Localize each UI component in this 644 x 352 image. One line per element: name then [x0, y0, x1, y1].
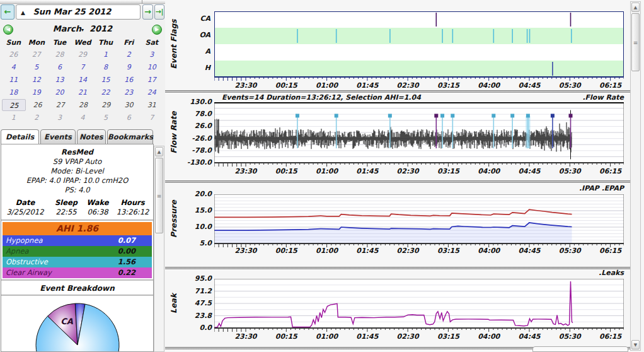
- calendar-day[interactable]: 12: [25, 74, 49, 86]
- date-combobox[interactable]: ▲ Sun Mar 25 2012: [16, 4, 141, 20]
- x-axis-tick-label: 00:15: [272, 167, 300, 175]
- x-axis-tick-label: 06:15: [597, 332, 624, 341]
- calendar-weekday-row: SunMonTueWedThuFriSat: [2, 37, 163, 49]
- pressure-plot[interactable]: [214, 194, 624, 249]
- calendar-month-title[interactable]: March▾ 2012: [38, 24, 127, 33]
- calendar-day[interactable]: 22: [94, 86, 117, 98]
- latest-day-button[interactable]: →|: [154, 4, 164, 20]
- details-panel: ResMed S9 VPAP Auto Mode: Bi-Level EPAP:…: [1, 144, 154, 352]
- calendar-day[interactable]: 26: [2, 49, 25, 61]
- calendar-day[interactable]: 23: [117, 86, 141, 98]
- calendar-day[interactable]: 9: [117, 61, 141, 73]
- charts-scrollbar[interactable]: ▲ ≡ ▼: [630, 1, 641, 351]
- details-scrollbar[interactable]: ▲ ≡: [154, 146, 164, 352]
- calendar-day[interactable]: 18: [2, 86, 25, 98]
- event-flags-row-label: A: [205, 47, 210, 56]
- calendar-day[interactable]: 21: [71, 86, 95, 98]
- tab-events[interactable]: Events: [40, 129, 75, 144]
- pressure-axis-label: Pressure: [170, 184, 178, 254]
- calendar-day[interactable]: 6: [117, 112, 141, 124]
- x-axis-tick-label: 04:00: [475, 81, 503, 90]
- calendar-day[interactable]: 1: [2, 112, 25, 124]
- leak-plot[interactable]: [214, 279, 624, 333]
- calendar-day[interactable]: 24: [140, 86, 163, 98]
- left-panel: ← ▲ Sun Mar 25 2012 → →| ◀ March▾ 2012 ▶…: [0, 4, 165, 352]
- calendar-day[interactable]: 4: [71, 112, 95, 124]
- calendar-day[interactable]: 19: [25, 86, 49, 98]
- x-axis-tick-label: 05:30: [556, 247, 584, 255]
- x-axis-tick-label: 04:45: [515, 247, 543, 255]
- calendar-day[interactable]: 5: [94, 112, 117, 124]
- x-axis-tick-label: 03:15: [434, 332, 462, 341]
- y-axis-tick-label: 71.2: [195, 287, 212, 295]
- y-axis-tick-label: 23.8: [195, 312, 212, 320]
- calendar-day[interactable]: 7: [71, 61, 95, 73]
- event-flags-plot[interactable]: [214, 11, 624, 82]
- previous-month-button[interactable]: ◀: [3, 25, 13, 35]
- ahi-stat-row: Obstructive1.56: [3, 257, 152, 267]
- next-day-button[interactable]: →: [142, 4, 153, 20]
- event-breakdown-title: Event Breakdown: [1, 284, 153, 293]
- event-flags-row-label: OA: [199, 31, 210, 39]
- calendar-day[interactable]: 3: [140, 49, 163, 61]
- calendar-day[interactable]: 14: [71, 74, 95, 86]
- calendar-day[interactable]: 13: [48, 74, 71, 86]
- calendar-day[interactable]: 27: [49, 99, 72, 111]
- y-axis-tick-label: 26.0: [195, 122, 212, 130]
- calendar-day[interactable]: 29: [71, 49, 95, 61]
- machine-pressure: EPAP: 4.0 IPAP: 10.0 cmH2O: [1, 176, 153, 185]
- calendar-day[interactable]: 5: [25, 61, 49, 73]
- calendar-day[interactable]: 3: [48, 112, 71, 124]
- flow-rate-plot[interactable]: [214, 102, 624, 168]
- scroll-down-button[interactable]: ▼: [631, 340, 640, 349]
- calendar-day[interactable]: 16: [117, 74, 141, 86]
- stat-label: Clear Airway: [6, 267, 52, 278]
- calendar-day[interactable]: 29: [95, 99, 117, 111]
- calendar-day[interactable]: 20: [48, 86, 71, 98]
- x-axis-tick-label: 02:30: [394, 247, 422, 255]
- x-axis-tick-label: 02:30: [394, 332, 422, 341]
- panel-divider[interactable]: [165, 180, 630, 184]
- stat-value: 0.22: [118, 267, 135, 278]
- calendar-day[interactable]: 2: [25, 112, 49, 124]
- x-axis-tick-label: 05:30: [556, 332, 584, 341]
- calendar-day[interactable]: 28: [48, 49, 71, 61]
- tab-details[interactable]: Details: [1, 129, 39, 144]
- previous-day-button[interactable]: ←: [1, 4, 14, 20]
- calendar-day[interactable]: 1: [94, 49, 117, 61]
- calendar-day[interactable]: 25: [2, 99, 26, 111]
- x-axis-tick-label: 23:30: [232, 247, 260, 255]
- scroll-up-button[interactable]: ▲: [155, 147, 163, 156]
- next-month-button[interactable]: ▶: [152, 25, 162, 35]
- x-axis-tick-label: 04:45: [515, 332, 543, 341]
- calendar-day[interactable]: 2: [117, 49, 141, 61]
- x-axis-tick-label: 01:00: [313, 167, 341, 175]
- popup-edge-box: [532, 346, 628, 352]
- calendar-day[interactable]: 10: [140, 61, 163, 73]
- calendar-day[interactable]: 27: [25, 49, 49, 61]
- calendar-day[interactable]: 4: [2, 61, 25, 73]
- event-breakdown-pie-chart[interactable]: CA: [1, 296, 153, 352]
- calendar-day[interactable]: 8: [94, 61, 117, 73]
- scrollbar-thumb[interactable]: ≡: [155, 158, 163, 233]
- calendar-day[interactable]: 26: [26, 99, 49, 111]
- calendar-day[interactable]: 17: [140, 74, 163, 86]
- calendar-day[interactable]: 15: [94, 74, 117, 86]
- weekday-label: Sat: [140, 37, 163, 49]
- tab-bookmarks[interactable]: Bookmarks: [107, 129, 153, 144]
- calendar-day[interactable]: 11: [2, 74, 25, 86]
- tab-notes[interactable]: Notes: [77, 129, 106, 144]
- calendar-week-row: 18192021222324: [2, 86, 163, 98]
- calendar-day[interactable]: 30: [117, 99, 140, 111]
- calendar-day[interactable]: 7: [140, 112, 163, 124]
- calendar-week-row: 45678910: [2, 61, 163, 73]
- calendar-day[interactable]: 28: [72, 99, 95, 111]
- calendar-day[interactable]: 6: [48, 61, 71, 73]
- y-axis-tick-label: 15.0: [195, 206, 212, 214]
- flow-rate-right-label: .Flow Rate: [214, 93, 624, 102]
- scroll-up-button[interactable]: ▲: [631, 3, 640, 12]
- x-axis-tick-label: 05:30: [556, 81, 584, 90]
- calendar-day[interactable]: 31: [141, 99, 163, 111]
- leak-right-label: .Leaks: [214, 269, 624, 277]
- scrollbar-thumb[interactable]: ≡: [631, 13, 640, 71]
